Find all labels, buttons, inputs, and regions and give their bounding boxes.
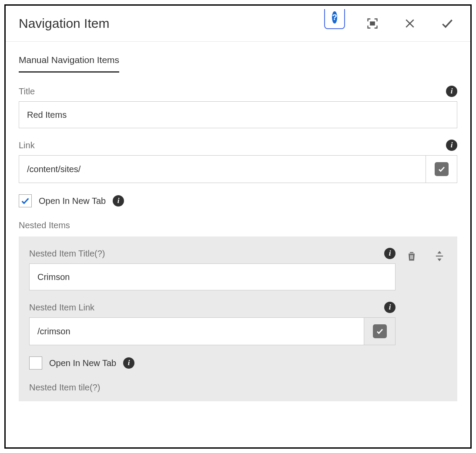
link-picker-button[interactable] bbox=[426, 156, 457, 183]
nested-title-input[interactable] bbox=[29, 263, 396, 290]
nested-link-input[interactable] bbox=[30, 318, 364, 345]
nested-link-label: Nested Item Link bbox=[29, 303, 94, 313]
reorder-icon bbox=[433, 250, 446, 262]
svg-rect-0 bbox=[370, 21, 375, 25]
check-icon bbox=[440, 17, 454, 30]
open-new-tab-label: Open In New Tab bbox=[39, 196, 106, 206]
tab-manual-navigation-items[interactable]: Manual Navigation Items bbox=[19, 55, 119, 73]
nested-link-field: Nested Item Link i bbox=[29, 302, 396, 345]
delete-button[interactable] bbox=[404, 249, 419, 263]
nested-title-label: Nested Item Title(?) bbox=[29, 249, 105, 259]
open-new-tab-field: Open In New Tab i bbox=[19, 194, 457, 207]
close-icon bbox=[404, 18, 416, 29]
tabs: Manual Navigation Items bbox=[6, 42, 470, 73]
form-body: Title i Link i Open I bbox=[6, 73, 470, 401]
info-icon[interactable]: i bbox=[446, 86, 457, 97]
info-icon[interactable]: i bbox=[123, 357, 134, 369]
fullscreen-icon bbox=[366, 17, 379, 30]
dialog-header: Navigation Item ? bbox=[6, 6, 470, 42]
fullscreen-button[interactable] bbox=[362, 13, 382, 33]
trash-icon bbox=[406, 250, 418, 262]
link-label: Link bbox=[19, 140, 35, 150]
nested-item-actions bbox=[404, 248, 447, 263]
reorder-button[interactable] bbox=[432, 249, 447, 263]
nested-open-new-tab-field: Open In New Tab i bbox=[29, 356, 396, 370]
nested-title-field: Nested Item Title(?) i bbox=[29, 248, 396, 290]
info-icon[interactable]: i bbox=[446, 140, 457, 151]
nested-items-label: Nested Items bbox=[19, 220, 457, 230]
close-button[interactable] bbox=[400, 13, 420, 33]
link-field: Link i bbox=[19, 140, 457, 183]
confirm-button[interactable] bbox=[437, 13, 457, 33]
title-label: Title bbox=[19, 87, 35, 97]
nested-open-new-tab-label: Open In New Tab bbox=[49, 358, 116, 368]
check-icon bbox=[20, 196, 30, 206]
nested-link-picker-button[interactable] bbox=[364, 318, 395, 345]
info-icon[interactable]: i bbox=[384, 302, 396, 313]
header-actions: ? bbox=[324, 13, 457, 33]
help-button[interactable]: ? bbox=[324, 9, 345, 29]
svg-rect-1 bbox=[436, 256, 443, 256]
info-icon[interactable]: i bbox=[113, 195, 124, 207]
open-new-tab-checkbox[interactable] bbox=[19, 194, 32, 207]
dialog-title: Navigation Item bbox=[19, 16, 324, 31]
nested-item: Nested Item Title(?) i Nested Item Link … bbox=[29, 248, 447, 397]
title-field: Title i bbox=[19, 86, 457, 128]
checkmark-badge-icon bbox=[373, 324, 387, 338]
nested-items-panel: Nested Item Title(?) i Nested Item Link … bbox=[19, 236, 457, 401]
info-icon[interactable]: i bbox=[384, 248, 396, 259]
nested-open-new-tab-checkbox[interactable] bbox=[29, 356, 42, 370]
link-input[interactable] bbox=[19, 156, 426, 183]
checkmark-badge-icon bbox=[435, 162, 449, 176]
nested-tile-label: Nested Item tile(?) bbox=[29, 383, 396, 393]
title-input[interactable] bbox=[19, 101, 457, 128]
help-icon: ? bbox=[332, 11, 337, 23]
